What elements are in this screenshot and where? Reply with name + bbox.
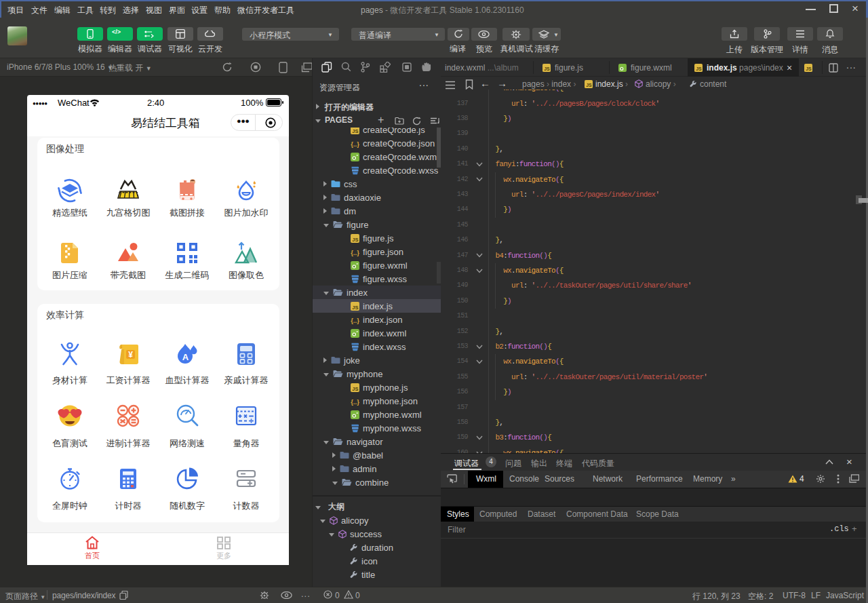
svg-text:JS: JS [352,386,358,392]
svg-text:JS: JS [544,66,550,71]
svg-text:{..}: {..} [351,248,359,256]
svg-text:{..}: {..} [351,140,359,147]
svg-text:{..}: {..} [351,316,359,324]
svg-text:JS: JS [352,237,358,243]
svg-text:JS: JS [586,83,592,87]
svg-text:A: A [182,352,189,362]
svg-text:JS: JS [806,66,812,71]
svg-text:JS: JS [696,66,702,71]
svg-text:JS: JS [352,305,358,311]
svg-text:{..}: {..} [351,397,359,405]
svg-text:JS: JS [352,128,358,134]
svg-text:¥: ¥ [128,350,133,359]
